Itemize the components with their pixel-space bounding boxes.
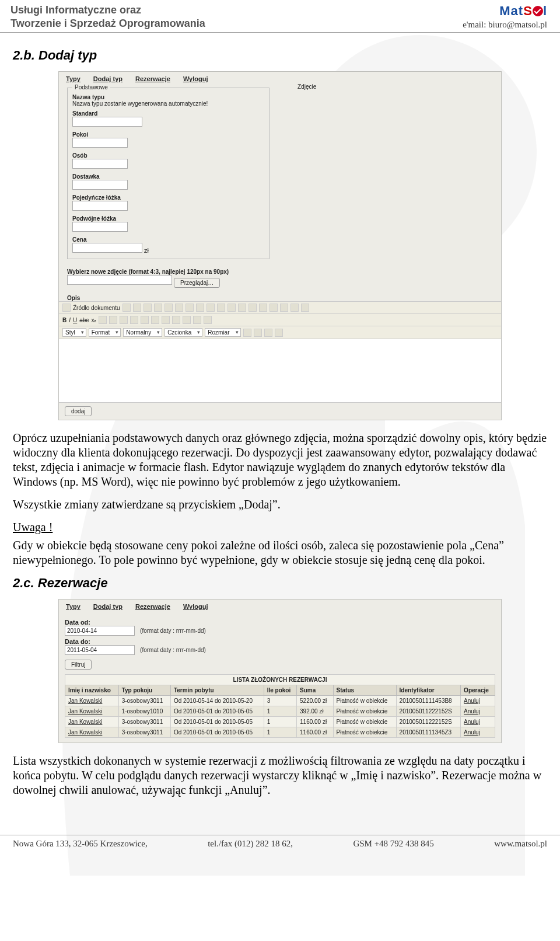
input-pokoi[interactable] — [72, 138, 128, 148]
toolbar-strike[interactable]: abc — [79, 317, 89, 323]
toolbar-icon[interactable] — [249, 304, 257, 312]
input-standard[interactable] — [72, 117, 142, 127]
toolbar-icon[interactable] — [62, 304, 71, 312]
toolbar-subscript[interactable]: x₂ — [91, 317, 96, 323]
cell-imie[interactable]: Jan Kowalski — [65, 696, 119, 706]
toolbar-icon[interactable] — [133, 304, 141, 312]
toolbar-italic[interactable]: I — [69, 317, 71, 323]
nav2-typy[interactable]: Typy — [66, 603, 80, 610]
toolbar-icon[interactable] — [264, 329, 272, 337]
header-email: e'mail: biuro@matsol.pl — [463, 20, 547, 30]
cell-anuluj[interactable]: Anuluj — [461, 696, 495, 706]
toolbar-icon[interactable] — [290, 304, 299, 312]
cell-typ: 3-osobowy3011 — [118, 696, 170, 706]
toolbar-icon[interactable] — [204, 316, 212, 324]
toolbar-icon[interactable] — [183, 316, 191, 324]
toolbar-icon[interactable] — [130, 316, 138, 324]
input-data-do[interactable]: 2011-05-04 — [65, 645, 135, 655]
toolbar-icon[interactable] — [186, 304, 194, 312]
toolbar-icon[interactable] — [99, 316, 107, 324]
input-dostawka[interactable] — [72, 180, 128, 190]
dodaj-button[interactable]: dodaj — [65, 406, 92, 416]
cell-termin: Od 2010-05-14 do 2010-05-20 — [170, 696, 264, 706]
nav-dodaj-typ[interactable]: Dodaj typ — [93, 75, 123, 82]
toolbar-icon[interactable] — [275, 329, 283, 337]
toolbar-styl-drop[interactable]: Styl — [62, 328, 86, 337]
toolbar-czcionka-drop[interactable]: Czcionka — [164, 328, 202, 337]
toolbar-icon[interactable] — [196, 304, 204, 312]
toolbar-icon[interactable] — [123, 304, 131, 312]
cell-anuluj[interactable]: Anuluj — [461, 717, 495, 727]
cell-status: Płatność w obiekcie — [333, 696, 396, 706]
footer-tel: tel./fax (012) 282 18 62, — [208, 839, 293, 849]
nav2-dodaj-typ[interactable]: Dodaj typ — [93, 603, 123, 610]
toolbar-icon[interactable] — [144, 304, 152, 312]
toolbar-icon[interactable] — [164, 304, 173, 312]
toolbar-rozmiar-drop[interactable]: Rozmiar — [205, 328, 240, 337]
toolbar-normalny-drop[interactable]: Normalny — [123, 328, 162, 337]
toolbar-bold[interactable]: B — [62, 317, 66, 323]
toolbar-icon[interactable] — [243, 329, 251, 337]
toolbar-icon[interactable] — [280, 304, 288, 312]
toolbar-icon[interactable] — [172, 316, 180, 324]
toolbar-icon[interactable] — [301, 304, 309, 312]
input-file-path[interactable] — [67, 275, 172, 285]
embedded-screenshot-rezerwacje: Typy Dodaj typ Rezerwacje Wyloguj Data o… — [58, 599, 502, 743]
toolbar-icon[interactable] — [270, 304, 278, 312]
toolbar-icon[interactable] — [238, 304, 246, 312]
page-header: Usługi Informatyczne oraz Tworzenie i Sp… — [0, 0, 560, 33]
cell-termin: Od 2010-05-01 do 2010-05-05 — [170, 717, 264, 727]
cell-typ: 3-osobowy3011 — [118, 717, 170, 727]
toolbar-icon[interactable] — [206, 304, 215, 312]
nav-typy[interactable]: Typy — [66, 75, 80, 82]
header-line1: Usługi Informatyczne oraz — [10, 4, 205, 17]
toolbar-icon[interactable] — [228, 304, 236, 312]
screenshot-nav-2: Typy Dodaj typ Rezerwacje Wyloguj — [59, 600, 501, 612]
label-nazwa-typu: Nazwa typu — [72, 94, 264, 100]
para-4: Lista wszystkich dokonanych w systemie r… — [13, 754, 547, 797]
cell-termin: Od 2010-05-01 do 2010-05-05 — [170, 706, 264, 717]
input-poj-lozka[interactable] — [72, 201, 128, 211]
cell-imie[interactable]: Jan Kowalski — [65, 717, 119, 727]
toolbar-icon[interactable] — [120, 316, 128, 324]
editor-toolbar-3: Styl Format Normalny Czcionka Rozmiar — [59, 326, 501, 339]
toolbar-icon[interactable] — [109, 316, 117, 324]
nav2-wyloguj[interactable]: Wyloguj — [183, 603, 208, 610]
toolbar-format-drop[interactable]: Format — [89, 328, 121, 337]
toolbar-icon[interactable] — [254, 329, 262, 337]
toolbar-icon[interactable] — [151, 316, 159, 324]
toolbar-source[interactable]: Źródło dokumentu — [73, 305, 120, 311]
input-cena[interactable] — [72, 243, 142, 253]
logo: MatSl — [463, 4, 547, 19]
cell-anuluj[interactable]: Anuluj — [461, 706, 495, 717]
toolbar-icon[interactable] — [259, 304, 267, 312]
filtruj-button[interactable]: Filtruj — [65, 660, 92, 670]
toolbar-underline[interactable]: U — [73, 317, 77, 323]
cell-anuluj[interactable]: Anuluj — [461, 727, 495, 738]
cell-status: Płatność w obiekcie — [333, 717, 396, 727]
footer-www: www.matsol.pl — [494, 839, 547, 849]
cell-imie[interactable]: Jan Kowalski — [65, 727, 119, 738]
input-podw-lozka[interactable] — [72, 222, 128, 232]
label-wybierz-zdjecie: Wybierz nowe zdjęcie (format 4:3, najlep… — [67, 269, 493, 275]
toolbar-icon[interactable] — [154, 304, 162, 312]
input-osob[interactable] — [72, 159, 128, 169]
cell-typ: 1-osobowy1010 — [118, 706, 170, 717]
uwaga-label: Uwaga ! — [13, 520, 547, 535]
nav-rezerwacje[interactable]: Rezerwacje — [135, 75, 170, 82]
cell-imie[interactable]: Jan Kowalski — [65, 706, 119, 717]
input-data-od[interactable]: 2010-04-14 — [65, 626, 135, 636]
toolbar-icon[interactable] — [217, 304, 225, 312]
toolbar-icon[interactable] — [162, 316, 170, 324]
nav2-rezerwacje[interactable]: Rezerwacje — [135, 603, 170, 610]
editor-textarea[interactable] — [59, 339, 501, 403]
footer-addr: Nowa Góra 133, 32-065 Krzeszowice, — [13, 839, 148, 849]
toolbar-icon[interactable] — [175, 304, 183, 312]
toolbar-icon[interactable] — [141, 316, 149, 324]
editor-toolbar-2: B I U abc x₂ — [59, 313, 501, 326]
toolbar-icon[interactable] — [193, 316, 201, 324]
nav-wyloguj[interactable]: Wyloguj — [183, 75, 208, 82]
browse-button[interactable]: Przeglądaj… — [174, 278, 220, 288]
fs-podstawowe: Podstawowe Nazwa typu Nazwa typu zostani… — [67, 88, 270, 259]
cell-ile: 1 — [264, 717, 296, 727]
